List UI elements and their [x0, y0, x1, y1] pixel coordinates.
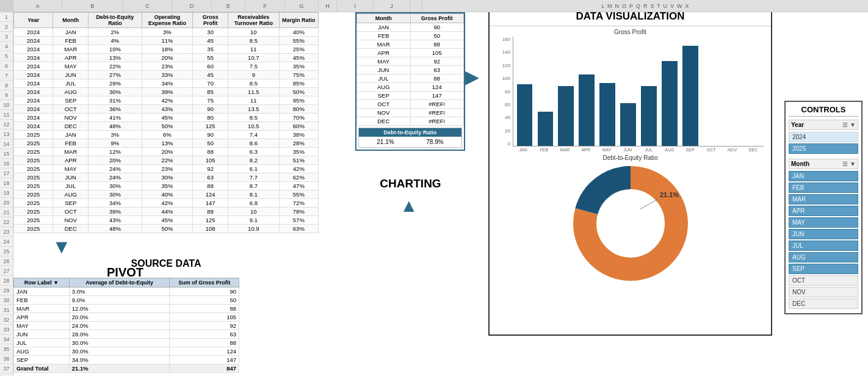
source-cell: 45 — [193, 37, 228, 45]
month-filter-btn-sep[interactable]: SEP — [789, 264, 858, 274]
source-cell: 55 — [193, 54, 228, 62]
bar-col — [659, 37, 679, 146]
source-cell: 55% — [279, 37, 318, 45]
pivot-cell: 147 — [170, 356, 239, 364]
source-cell: 147 — [193, 199, 228, 208]
source-cell: 11 — [228, 96, 280, 105]
source-cell: 30% — [142, 173, 193, 182]
year-filter-header: Year ☰ ▼ — [789, 120, 858, 130]
source-cell: 45 — [193, 71, 228, 79]
source-cell: 11 — [228, 45, 280, 54]
chart-row: APR105 — [357, 49, 464, 57]
pivot-cell: 88 — [170, 305, 239, 313]
source-cell: 42% — [279, 165, 318, 173]
month-filter-btn-may[interactable]: MAY — [789, 217, 858, 228]
source-cell: 40% — [279, 28, 318, 37]
source-cell: 10 — [228, 28, 280, 37]
source-cell: 23% — [142, 165, 193, 173]
controls-block: CONTROLS Year ☰ ▼ 20242025 Month ☰ ▼ JAN… — [784, 101, 863, 314]
row-number-1: 1 — [0, 12, 13, 22]
bar-col — [742, 37, 762, 146]
donut-chart-section: Debt-to-Equity Ratio 21.1% — [490, 152, 771, 287]
col-header-row: A B C D E F G H I J L M N O P Q R S T U … — [0, 0, 868, 12]
row-number-17: 17 — [0, 168, 13, 178]
source-cell: 13.5 — [228, 105, 280, 114]
source-cell: 9% — [89, 139, 142, 148]
source-cell: 10.5 — [228, 122, 280, 131]
row-number-23: 23 — [0, 227, 13, 237]
source-cell: 72% — [279, 199, 318, 208]
year-filter-btn-2025[interactable]: 2025 — [789, 143, 858, 154]
bar — [558, 86, 574, 146]
source-cell: 90 — [193, 105, 228, 114]
source-cell: 45% — [279, 54, 318, 62]
th-debt: Debt-to-Equity Ratio — [89, 13, 142, 28]
source-cell: 50% — [279, 88, 318, 96]
pivot-th-sum: Sum of Gross Profit — [170, 278, 239, 287]
source-cell: 23% — [142, 62, 193, 71]
month-filter-btn-jul[interactable]: JUL — [789, 240, 858, 251]
source-cell: 35% — [142, 182, 193, 190]
source-cell: 8.5 — [228, 37, 280, 45]
pivot-cell: APR — [14, 313, 70, 322]
month-filter-btn-jun[interactable]: JUN — [789, 229, 858, 239]
month-filter-btn-nov[interactable]: NOV — [789, 287, 858, 297]
row-number-31: 31 — [0, 305, 13, 315]
month-filter-btn-feb[interactable]: FEB — [789, 183, 858, 193]
source-cell: 2024 — [14, 71, 53, 79]
source-cell: 2025 — [14, 156, 53, 165]
source-cell: 25% — [279, 45, 318, 54]
month-filter-btn-aug[interactable]: AUG — [789, 252, 858, 262]
source-cell: 2024 — [14, 105, 53, 114]
source-cell: 78% — [279, 208, 318, 216]
chart-cell: 88 — [410, 74, 464, 83]
row-number-7: 7 — [0, 71, 13, 81]
donut-svg: 21.1% — [570, 165, 692, 281]
row-number-35: 35 — [0, 344, 13, 354]
source-cell: 11.5 — [228, 88, 280, 96]
source-cell: 85 — [193, 88, 228, 96]
source-row: 2025APR20%22%1058.251% — [14, 156, 319, 165]
month-filter-btn-dec[interactable]: DEC — [789, 298, 858, 309]
th-year: Year — [14, 13, 53, 28]
pivot-row: MAY24.0%92 — [14, 322, 239, 330]
chart-cell: 88 — [410, 40, 464, 49]
source-cell: 70 — [193, 79, 228, 88]
source-cell: JAN — [53, 28, 89, 37]
chart-cell: NOV — [357, 109, 411, 117]
source-row: 2024MAR10%18%351125% — [14, 45, 319, 54]
source-cell: JUN — [53, 173, 89, 182]
bar-x-label: OCT — [701, 148, 722, 152]
month-filter-btn-mar[interactable]: MAR — [789, 194, 858, 204]
source-cell: 28% — [279, 139, 318, 148]
source-cell: 2025 — [14, 182, 53, 190]
row-number-5: 5 — [0, 51, 13, 61]
source-row: 2025MAY24%23%926.142% — [14, 165, 319, 173]
pivot-table: Row Label ▼ Average of Debt-to-Equity Su… — [13, 278, 239, 373]
pivot-cell: AUG — [14, 347, 70, 356]
source-cell: 51% — [279, 156, 318, 165]
source-cell: 108 — [193, 225, 228, 233]
pivot-row: JAN3.0%90 — [14, 287, 239, 296]
bar-chart-bars — [513, 37, 764, 146]
row-number-29: 29 — [0, 286, 13, 295]
bar-x-labels: JANFEBMARAPRMAYJUNJULAUGSEPOCTNOVDEC — [513, 148, 764, 152]
source-row: 2025OCT39%44%881078% — [14, 208, 319, 216]
col-header-H: H — [319, 0, 337, 12]
pivot-cell: 124 — [170, 347, 239, 356]
source-cell: 35 — [193, 45, 228, 54]
month-filter-icons[interactable]: ☰ ▼ — [842, 161, 856, 167]
year-filter-icons[interactable]: ☰ ▼ — [842, 121, 856, 128]
year-filter-btn-2024[interactable]: 2024 — [789, 132, 858, 142]
row-number-14: 14 — [0, 139, 13, 149]
year-filter-label: Year — [791, 121, 804, 128]
month-filter-btn-oct[interactable]: OCT — [789, 275, 858, 286]
source-data-label: SOURCE DATA — [13, 258, 319, 269]
source-cell: 2024 — [14, 45, 53, 54]
charting-block: Month Gross Profit JAN90FEB50MAR88APR105… — [355, 12, 465, 151]
month-filter-btn-jan[interactable]: JAN — [789, 171, 858, 181]
chart-cell: APR — [357, 49, 411, 57]
bar-col — [701, 37, 721, 146]
month-filter-btn-apr[interactable]: APR — [789, 206, 858, 216]
debt-equity-box: Debt-to-Equity Ratio 21.1% 78.9% — [358, 128, 462, 148]
